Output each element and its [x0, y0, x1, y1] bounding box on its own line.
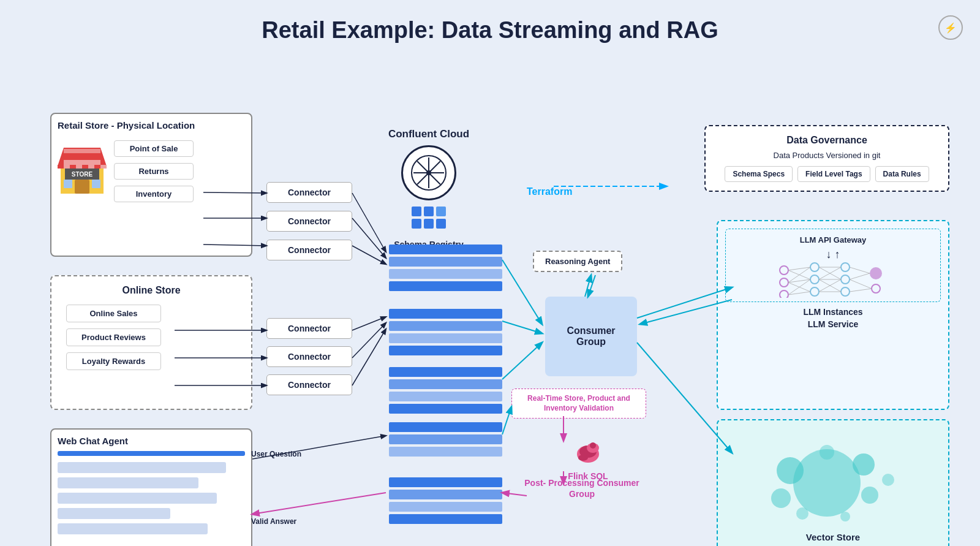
online-store-title: Online Store: [60, 285, 243, 296]
svg-text:STORE: STORE: [72, 171, 93, 178]
svg-rect-22: [424, 207, 434, 216]
online-item-sales: Online Sales: [66, 305, 161, 322]
svg-point-61: [820, 445, 834, 460]
rag-box: Vector Store RAG: [717, 419, 949, 546]
svg-rect-21: [412, 207, 421, 216]
retail-item-returns: Returns: [114, 163, 194, 180]
diagram-container: Retail Store - Physical Location STORE: [12, 55, 968, 546]
confluent-cloud-box: Confluent Cloud Schem: [368, 128, 490, 249]
connector-retail-1: Connector: [266, 182, 352, 203]
svg-line-81: [352, 329, 386, 385]
svg-line-84: [502, 343, 542, 379]
svg-point-64: [840, 512, 850, 521]
consumer-group-box: Consumer Group: [545, 297, 637, 376]
svg-line-54: [850, 279, 872, 289]
svg-rect-12: [76, 165, 82, 169]
online-store-box: Online Store Online Sales Product Review…: [50, 275, 252, 410]
svg-rect-26: [436, 219, 446, 229]
store-icon: STORE: [58, 135, 107, 199]
svg-line-40: [788, 267, 810, 282]
svg-point-37: [872, 284, 880, 293]
svg-line-79: [352, 317, 386, 330]
svg-point-69: [578, 455, 588, 461]
reasoning-agent-box: Reasoning Agent: [533, 251, 622, 272]
realtime-label: Real-Time Store, Product and Inventory V…: [517, 394, 641, 413]
svg-rect-24: [412, 219, 421, 229]
online-store-items: Online Sales Product Reviews Loyalty Rew…: [66, 305, 243, 370]
svg-point-68: [590, 442, 596, 449]
svg-line-90: [502, 407, 511, 434]
svg-point-29: [780, 290, 788, 298]
svg-point-27: [780, 266, 788, 275]
gov-tag-rules: Data Rules: [875, 166, 929, 182]
svg-point-30: [810, 263, 819, 271]
svg-rect-8: [64, 180, 72, 188]
confluent-logo: [401, 145, 456, 200]
svg-point-58: [853, 453, 875, 476]
svg-line-41: [788, 279, 810, 282]
svg-line-95: [252, 493, 386, 514]
online-item-loyalty: Loyalty Rewards: [66, 352, 161, 370]
svg-point-31: [810, 275, 819, 284]
postproc-label: Post- Processing Consumer Group: [521, 477, 643, 499]
svg-rect-9: [92, 180, 100, 188]
llm-service-label: LLM Service: [725, 319, 941, 329]
governance-subtitle: Data Products Versioned in git: [714, 151, 940, 160]
svg-rect-23: [436, 207, 446, 216]
postproc-box: Post- Processing Consumer Group: [521, 477, 643, 499]
svg-point-62: [882, 474, 894, 486]
svg-line-43: [788, 279, 810, 295]
retail-store-box: Retail Store - Physical Location STORE: [50, 113, 252, 257]
retail-store-items: Point of Sale Returns Inventory: [114, 140, 194, 202]
connector-online-3: Connector: [266, 374, 352, 395]
valid-answer-label: Valid Answer: [251, 517, 296, 526]
svg-point-28: [780, 278, 788, 287]
svg-point-35: [841, 287, 850, 296]
retail-item-pos: Point of Sale: [114, 140, 194, 157]
user-question-label: User Question: [251, 450, 301, 458]
online-item-reviews: Product Reviews: [66, 328, 161, 346]
svg-line-83: [502, 321, 542, 333]
connector-retail-3: Connector: [266, 240, 352, 260]
svg-rect-25: [424, 219, 434, 229]
icon-badge: ⚡: [938, 15, 963, 40]
webchat-box: Web Chat Agent: [50, 428, 252, 546]
svg-point-36: [870, 267, 882, 279]
svg-point-63: [796, 507, 809, 520]
connector-retail-2: Connector: [266, 211, 352, 232]
svg-rect-3: [64, 149, 100, 153]
webchat-title: Web Chat Agent: [58, 436, 245, 446]
svg-line-52: [850, 267, 870, 273]
svg-rect-11: [64, 165, 70, 169]
kafka-topics-query: [389, 422, 502, 459]
governance-tags: Schema Specs Field Level Tags Data Rules: [714, 166, 940, 182]
svg-point-33: [841, 263, 850, 271]
kafka-topics-consumer: [389, 367, 502, 416]
svg-line-80: [352, 323, 386, 358]
realtime-validation-box: Real-Time Store, Product and Inventory V…: [511, 389, 646, 419]
svg-line-55: [850, 289, 872, 292]
svg-line-53: [850, 273, 870, 279]
connector-online-2: Connector: [266, 346, 352, 367]
kafka-topics-online: [389, 309, 502, 358]
flink-box: Flink SQL: [527, 434, 649, 481]
kafka-topics-retail: [389, 245, 502, 294]
svg-line-88: [588, 275, 595, 297]
kafka-topics-answer: [389, 477, 502, 526]
svg-point-20: [426, 170, 431, 175]
page-title: Retail Example: Data Streaming and RAG: [0, 0, 980, 55]
retail-item-inventory: Inventory: [114, 186, 194, 202]
confluent-title: Confluent Cloud: [368, 128, 490, 140]
svg-rect-13: [88, 165, 94, 169]
gov-tag-schema: Schema Specs: [725, 166, 793, 182]
vector-store-label: Vector Store: [725, 532, 941, 542]
svg-point-59: [861, 487, 878, 504]
connector-online-1: Connector: [266, 318, 352, 339]
llm-service-box: LLM API Gateway ↓ ↑: [717, 220, 949, 410]
svg-point-32: [810, 287, 819, 296]
data-governance-box: Data Governance Data Products Versioned …: [704, 125, 949, 192]
terraform-label: Terraform: [527, 186, 572, 197]
svg-line-44: [788, 292, 810, 295]
svg-line-38: [788, 267, 810, 270]
svg-point-34: [841, 275, 850, 284]
